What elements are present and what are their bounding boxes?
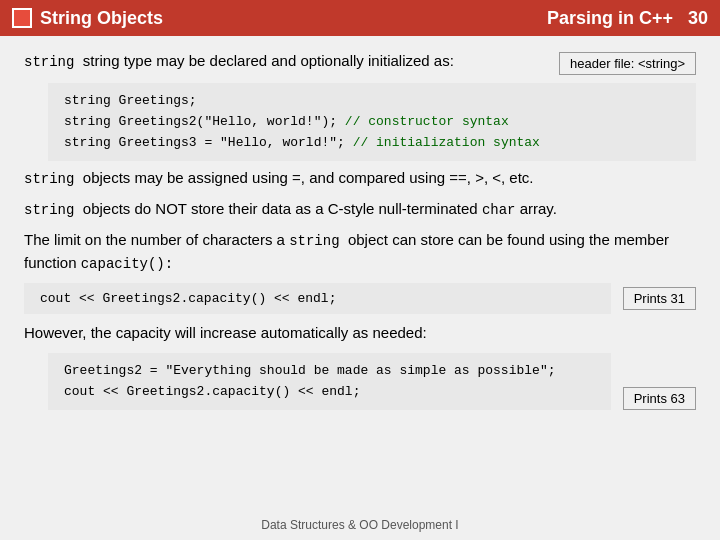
title-bar: String Objects Parsing in C++ 30 [0, 0, 720, 36]
intro-line: string type may be declared and optional… [83, 52, 454, 69]
code-block2-line2: cout << Greetings2.capacity() << endl; [64, 382, 595, 403]
capacity-row: cout << Greetings2.capacity() << endl; P… [24, 283, 696, 314]
prints-31-badge: Prints 31 [623, 287, 696, 310]
capacity-code: cout << Greetings2.capacity() << endl; [24, 283, 611, 314]
code-block-1: string Greetings; string Greetings2("Hel… [48, 83, 696, 161]
title-left: String Objects [12, 8, 163, 29]
footer: Data Structures & OO Development I [0, 518, 720, 532]
code-line-3: string Greetings3 = "Hello, world!"; // … [64, 133, 680, 154]
title-right: Parsing in C++ 30 [547, 8, 708, 29]
title-icon [12, 8, 32, 28]
subtitle: Parsing in C++ [547, 8, 673, 28]
header-badge: header file: <string> [559, 52, 696, 75]
code-block2-line1: Greetings2 = "Everything should be made … [64, 361, 595, 382]
code-block-2: Greetings2 = "Everything should be made … [48, 353, 611, 411]
prints-63-badge: Prints 63 [623, 387, 696, 410]
content-area: string string type may be declared and o… [0, 36, 720, 540]
slide-number: 30 [688, 8, 708, 28]
code-line-1: string Greetings; [64, 91, 680, 112]
code-line-2: string Greetings2("Hello, world!"); // c… [64, 112, 680, 133]
slide-title: String Objects [40, 8, 163, 29]
however-line: However, the capacity will increase auto… [24, 322, 696, 345]
code-block-2-row: Greetings2 = "Everything should be made … [48, 353, 696, 411]
intro-text: string string type may be declared and o… [24, 52, 559, 70]
no-store-line: string objects do NOT store their data a… [24, 198, 696, 221]
string-keyword-1: string [24, 54, 83, 70]
limit-line: The limit on the number of characters a … [24, 229, 696, 275]
intro-section: string string type may be declared and o… [24, 52, 696, 75]
assign-line: string objects may be assigned using =, … [24, 167, 696, 190]
